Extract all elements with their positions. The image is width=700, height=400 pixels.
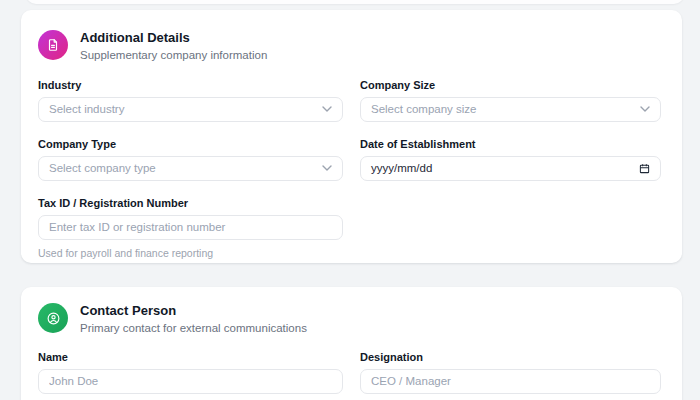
designation-label: Designation	[360, 351, 661, 363]
company-size-label: Company Size	[360, 79, 661, 91]
industry-label: Industry	[38, 79, 343, 91]
company-type-field: Company Type Select company type	[38, 138, 343, 181]
section-subtitle: Supplementary company information	[80, 49, 267, 61]
chevron-down-icon	[322, 165, 332, 171]
additional-details-card: Additional Details Supplementary company…	[21, 10, 682, 263]
section-heading: Contact Person Primary contact for exter…	[80, 303, 307, 334]
tax-id-label: Tax ID / Registration Number	[38, 197, 343, 209]
date-format-value: yyyy/mm/dd	[371, 162, 432, 174]
document-icon	[38, 30, 68, 60]
contact-person-card: Contact Person Primary contact for exter…	[21, 287, 682, 400]
company-size-select[interactable]: Select company size	[360, 97, 661, 122]
tax-id-input[interactable]	[38, 215, 343, 240]
date-of-establishment-label: Date of Establishment	[360, 138, 661, 150]
date-of-establishment-field: Date of Establishment yyyy/mm/dd	[360, 138, 661, 181]
name-input[interactable]	[38, 369, 343, 394]
chevron-down-icon	[322, 106, 332, 112]
user-circle-icon	[38, 303, 68, 333]
contact-person-header: Contact Person Primary contact for exter…	[38, 303, 661, 334]
name-field: Name	[38, 351, 343, 394]
date-of-establishment-input[interactable]: yyyy/mm/dd	[360, 156, 661, 181]
industry-select-placeholder: Select industry	[49, 103, 124, 115]
page: Additional Details Supplementary company…	[0, 0, 700, 400]
designation-field: Designation	[360, 351, 661, 394]
section-subtitle: Primary contact for external communicati…	[80, 322, 307, 334]
section-heading: Additional Details Supplementary company…	[80, 30, 267, 61]
calendar-icon[interactable]	[639, 163, 650, 174]
tax-id-helper-text: Used for payroll and finance reporting	[38, 247, 343, 259]
company-size-field: Company Size Select company size	[360, 79, 661, 122]
additional-details-header: Additional Details Supplementary company…	[38, 30, 661, 61]
previous-card-bottom-edge	[26, 0, 684, 4]
industry-field: Industry Select industry	[38, 79, 343, 122]
company-type-label: Company Type	[38, 138, 343, 150]
section-title: Additional Details	[80, 30, 267, 46]
company-size-select-placeholder: Select company size	[371, 103, 476, 115]
industry-select[interactable]: Select industry	[38, 97, 343, 122]
company-type-select[interactable]: Select company type	[38, 156, 343, 181]
name-label: Name	[38, 351, 343, 363]
company-type-select-placeholder: Select company type	[49, 162, 156, 174]
section-title: Contact Person	[80, 303, 307, 319]
designation-input[interactable]	[360, 369, 661, 394]
tax-id-field: Tax ID / Registration Number Used for pa…	[38, 197, 343, 259]
chevron-down-icon	[640, 106, 650, 112]
